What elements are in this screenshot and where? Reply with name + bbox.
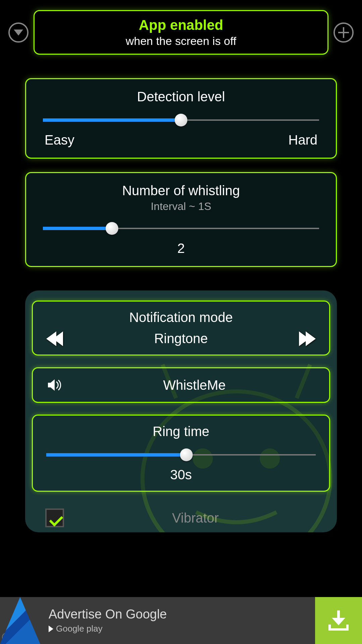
detection-slider[interactable]	[43, 117, 319, 123]
vibrator-label: Vibrator	[74, 511, 317, 526]
ringtime-value: 30s	[46, 467, 316, 482]
prev-mode-button[interactable]	[46, 331, 56, 346]
sound-card[interactable]: WhistleMe	[32, 367, 330, 403]
detection-min: Easy	[45, 132, 74, 148]
next-mode-button[interactable]	[306, 331, 316, 346]
notification-mode: Ringtone	[154, 331, 208, 346]
whistling-value: 2	[43, 241, 319, 256]
ad-store: Google play	[49, 624, 315, 634]
ad-logo-icon	[0, 597, 40, 644]
status-subtitle: when the screen is off	[41, 35, 321, 48]
plus-icon	[338, 27, 349, 38]
ringtime-card: Ring time 30s	[32, 415, 330, 492]
ringtime-title: Ring time	[46, 424, 316, 439]
chevron-down-icon	[14, 30, 23, 36]
detection-card: Detection level Easy Hard	[25, 78, 337, 159]
notification-title: Notification mode	[46, 310, 316, 325]
status-banner[interactable]: App enabled when the screen is off	[34, 10, 328, 55]
ad-banner[interactable]: i Advertise On Google Google play	[0, 597, 362, 644]
vibrator-row[interactable]: Vibrator	[32, 503, 330, 532]
detection-max: Hard	[288, 132, 317, 148]
collapse-button[interactable]	[8, 22, 28, 43]
whistling-slider[interactable]	[43, 225, 319, 231]
ad-download-button[interactable]	[315, 597, 362, 644]
status-title: App enabled	[41, 17, 321, 33]
whistling-title: Number of whistling	[43, 183, 319, 198]
vibrator-checkbox[interactable]	[45, 508, 64, 527]
add-button[interactable]	[334, 22, 354, 43]
ringtime-slider[interactable]	[46, 452, 316, 458]
sound-name: WhistleMe	[73, 378, 316, 393]
whistling-card: Number of whistling Interval ~ 1S 2	[25, 172, 337, 267]
download-icon	[328, 610, 349, 631]
play-icon	[49, 626, 53, 632]
notification-mode-card: Notification mode Ringtone	[32, 301, 330, 356]
speaker-icon	[46, 377, 63, 393]
detection-title: Detection level	[43, 89, 319, 104]
ad-title: Advertise On Google	[49, 607, 315, 622]
whistling-subtitle: Interval ~ 1S	[43, 200, 319, 213]
